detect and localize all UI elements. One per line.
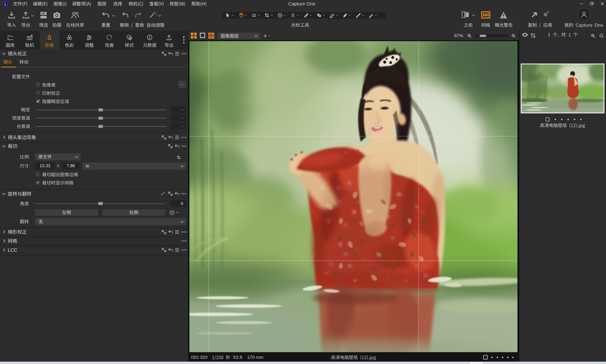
svg-text:1: 1	[4, 2, 6, 6]
